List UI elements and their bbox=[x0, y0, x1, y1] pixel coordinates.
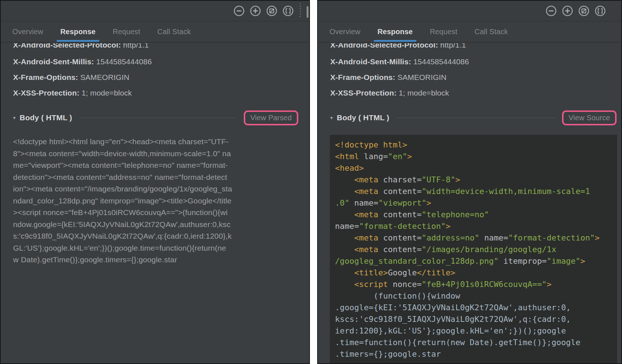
zoom-to-selection-button[interactable] bbox=[282, 5, 294, 17]
view-source-button[interactable]: View Source bbox=[562, 110, 617, 125]
header-row: X-Frame-Options: SAMEORIGIN bbox=[13, 72, 287, 83]
header-name: X-Android-Selected-Protocol bbox=[13, 43, 118, 49]
section-divider bbox=[397, 118, 555, 118]
response-content: X-Android-Selected-Protocol: http/1.1 X-… bbox=[318, 43, 621, 364]
profiler-toolbar bbox=[1, 1, 309, 21]
header-name: X-Android-Sent-Millis bbox=[13, 57, 92, 66]
view-parsed-button[interactable]: View Parsed bbox=[244, 110, 298, 125]
reset-zoom-button[interactable] bbox=[266, 5, 278, 17]
tab-call-stack[interactable]: Call Stack bbox=[474, 21, 508, 42]
header-name: X-Frame-Options bbox=[330, 73, 393, 81]
reset-zoom-icon bbox=[578, 5, 590, 17]
header-name: X-Frame-Options bbox=[13, 73, 76, 81]
zoom-to-selection-icon bbox=[282, 5, 294, 17]
tab-overview[interactable]: Overview bbox=[330, 21, 360, 42]
pane-grip-handle[interactable] bbox=[300, 3, 301, 19]
tab-request[interactable]: Request bbox=[430, 21, 457, 42]
header-name: X-Android-Sent-Millis bbox=[330, 57, 409, 66]
section-divider bbox=[80, 118, 237, 118]
vertical-scrollbar-thumb[interactable] bbox=[307, 6, 308, 18]
detail-tabs: Overview Response Request Call Stack bbox=[318, 21, 621, 43]
zoom-to-selection-button[interactable] bbox=[594, 5, 606, 17]
header-name: X-XSS-Protection bbox=[330, 89, 394, 97]
header-value: 1; mode=block bbox=[82, 89, 132, 97]
header-name: X-Android-Selected-Protocol bbox=[330, 43, 436, 49]
zoom-in-button[interactable] bbox=[250, 5, 261, 17]
plus-circle-icon bbox=[250, 5, 261, 17]
source-code-block: <!doctype html><html lang="en"><head> <m… bbox=[330, 135, 617, 364]
tab-response[interactable]: Response bbox=[377, 21, 413, 42]
network-inspector-panel-parsed: Overview Response Request Call Stack X-A… bbox=[0, 0, 310, 364]
zoom-out-button[interactable] bbox=[233, 5, 245, 17]
header-row: X-Android-Selected-Protocol: http/1.1 bbox=[13, 43, 287, 52]
header-value: SAMEORIGIN bbox=[80, 73, 129, 81]
network-inspector-panel-source: Overview Response Request Call Stack X-A… bbox=[317, 0, 622, 364]
profiler-toolbar bbox=[318, 1, 621, 21]
body-section-header: ▾ Body ( HTML ) View Source bbox=[330, 109, 617, 127]
tab-overview[interactable]: Overview bbox=[12, 21, 43, 42]
collapse-triangle-icon[interactable]: ▾ bbox=[13, 115, 16, 121]
zoom-out-button[interactable] bbox=[545, 5, 557, 17]
reset-zoom-button[interactable] bbox=[578, 5, 590, 17]
minus-circle-icon bbox=[233, 5, 245, 17]
header-value: 1544585444086 bbox=[413, 57, 469, 66]
zoom-to-selection-icon bbox=[594, 5, 606, 17]
header-value: 1; mode=block bbox=[399, 89, 449, 97]
body-section-title: Body ( HTML ) bbox=[20, 113, 72, 122]
header-name: X-XSS-Protection bbox=[13, 89, 77, 97]
tab-call-stack[interactable]: Call Stack bbox=[157, 21, 191, 42]
tab-request[interactable]: Request bbox=[113, 21, 140, 42]
minus-circle-icon bbox=[545, 5, 557, 17]
body-section-header: ▾ Body ( HTML ) View Parsed bbox=[13, 109, 298, 127]
reset-zoom-icon bbox=[266, 5, 278, 17]
header-row: X-XSS-Protection: 1; mode=block bbox=[13, 88, 287, 98]
header-row: X-XSS-Protection: 1; mode=block bbox=[330, 88, 599, 98]
header-value: 1544585444086 bbox=[96, 57, 152, 66]
detail-tabs: Overview Response Request Call Stack bbox=[1, 21, 309, 43]
header-value: http/1.1 bbox=[123, 43, 149, 49]
header-row: X-Android-Sent-Millis: 1544585444086 bbox=[13, 56, 287, 67]
header-value: http/1.1 bbox=[440, 43, 466, 49]
response-content: X-Android-Selected-Protocol: http/1.1 X-… bbox=[1, 43, 309, 266]
plus-circle-icon bbox=[562, 5, 573, 17]
header-value: SAMEORIGIN bbox=[397, 73, 447, 81]
parsed-body-text: <!doctype html><html lang="en"><head><me… bbox=[13, 136, 288, 266]
zoom-in-button[interactable] bbox=[562, 5, 573, 17]
body-section-title: Body ( HTML ) bbox=[337, 113, 389, 122]
header-row: X-Android-Sent-Millis: 1544585444086 bbox=[330, 56, 599, 67]
collapse-triangle-icon[interactable]: ▾ bbox=[330, 115, 333, 121]
header-row: X-Frame-Options: SAMEORIGIN bbox=[330, 72, 599, 83]
header-row: X-Android-Selected-Protocol: http/1.1 bbox=[330, 43, 599, 52]
tab-response[interactable]: Response bbox=[60, 21, 96, 42]
